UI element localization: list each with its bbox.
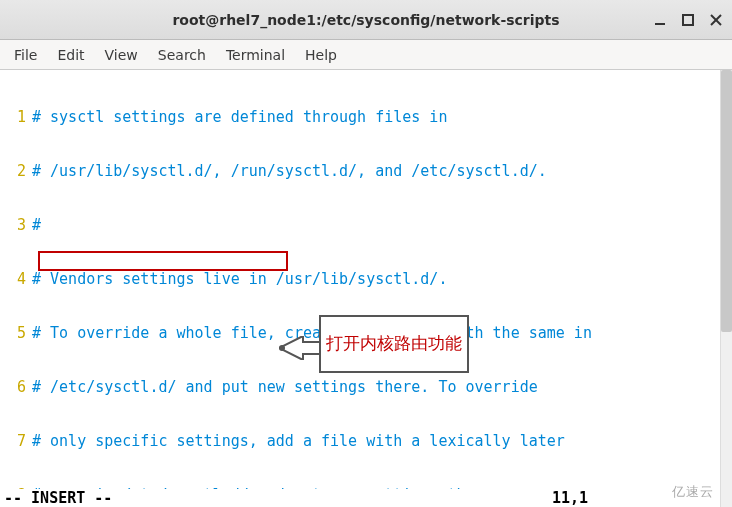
code-line: # /usr/lib/sysctl.d/, /run/sysctl.d/, an… [32,162,547,180]
code-line: # sysctl settings are defined through fi… [32,108,447,126]
code-line: # only specific settings, add a file wit… [32,432,565,450]
line-number: 7 [4,432,32,450]
line-number: 2 [4,162,32,180]
line-number: 5 [4,324,32,342]
line-number: 1 [4,108,32,126]
line-number: 6 [4,378,32,396]
vim-status-line: -- INSERT -- 11,1 [4,489,718,507]
line-number: 3 [4,216,32,234]
maximize-button[interactable] [678,10,698,30]
code-line: # /etc/sysctl.d/ and put new settings th… [32,378,538,396]
code-line: # To override a whole file, create a new… [32,324,592,342]
menu-file[interactable]: File [4,43,47,67]
terminal-area[interactable]: 1# sysctl settings are defined through f… [0,70,732,507]
window-controls [650,10,726,30]
maximize-icon [682,14,694,26]
vim-mode: -- INSERT -- [4,489,552,507]
annotation-highlight [38,251,288,271]
menu-help[interactable]: Help [295,43,347,67]
menu-terminal[interactable]: Terminal [216,43,295,67]
menubar: File Edit View Search Terminal Help [0,40,732,70]
close-button[interactable] [706,10,726,30]
minimize-icon [654,14,666,26]
titlebar: root@rhel7_node1:/etc/sysconfig/network-… [0,0,732,40]
window-title: root@rhel7_node1:/etc/sysconfig/network-… [172,12,559,28]
minimize-button[interactable] [650,10,670,30]
svg-point-5 [279,345,285,351]
watermark: 亿速云 [672,483,714,501]
close-icon [710,14,722,26]
scrollbar-thumb[interactable] [721,70,732,332]
menu-view[interactable]: View [95,43,148,67]
menu-edit[interactable]: Edit [47,43,94,67]
code-line: # [32,216,41,234]
line-number: 4 [4,270,32,288]
code-line: # Vendors settings live in /usr/lib/sysc… [32,270,447,288]
scrollbar[interactable] [720,70,732,507]
svg-rect-1 [683,15,693,25]
menu-search[interactable]: Search [148,43,216,67]
